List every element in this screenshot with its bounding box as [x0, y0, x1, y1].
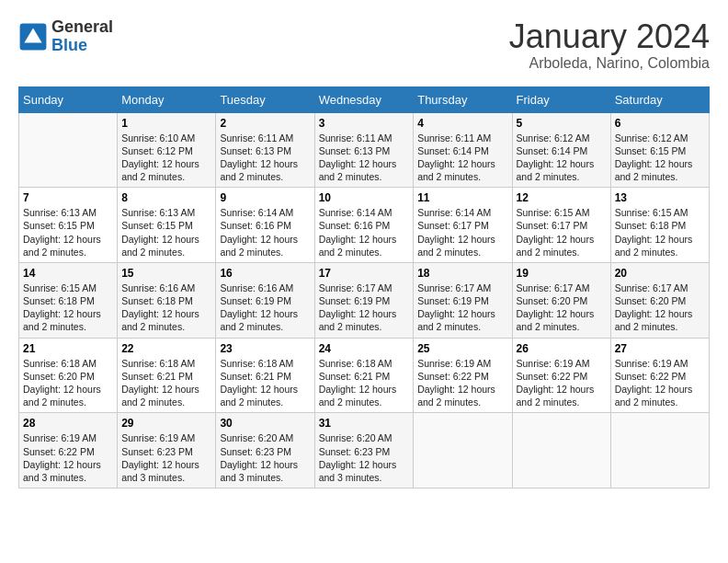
logo-text: General Blue: [51, 18, 113, 55]
logo-general: General: [51, 17, 113, 36]
day-info: Sunrise: 6:14 AM Sunset: 6:16 PM Dayligh…: [319, 206, 410, 259]
day-info: Sunrise: 6:17 AM Sunset: 6:19 PM Dayligh…: [417, 282, 507, 334]
day-info: Sunrise: 6:17 AM Sunset: 6:20 PM Dayligh…: [615, 282, 705, 334]
day-info: Sunrise: 6:18 AM Sunset: 6:21 PM Dayligh…: [220, 357, 310, 409]
calendar-cell: 4Sunrise: 6:11 AM Sunset: 6:14 PM Daylig…: [414, 112, 512, 188]
calendar-cell: 10Sunrise: 6:14 AM Sunset: 6:16 PM Dayli…: [314, 188, 414, 263]
day-info: Sunrise: 6:16 AM Sunset: 6:19 PM Dayligh…: [220, 282, 310, 334]
calendar-cell: 7Sunrise: 6:13 AM Sunset: 6:15 PM Daylig…: [19, 188, 118, 263]
title-section: January 2024 Arboleda, Narino, Colombia: [509, 18, 710, 72]
day-info: Sunrise: 6:19 AM Sunset: 6:22 PM Dayligh…: [615, 357, 705, 409]
calendar-cell: 27Sunrise: 6:19 AM Sunset: 6:22 PM Dayli…: [610, 338, 709, 413]
calendar-cell: 20Sunrise: 6:17 AM Sunset: 6:20 PM Dayli…: [610, 262, 709, 338]
day-number: 15: [121, 267, 211, 280]
logo: General Blue: [18, 18, 113, 55]
day-number: 29: [121, 417, 211, 430]
location-title: Arboleda, Narino, Colombia: [509, 55, 710, 72]
calendar-cell: 8Sunrise: 6:13 AM Sunset: 6:15 PM Daylig…: [118, 188, 216, 263]
calendar-cell: 6Sunrise: 6:12 AM Sunset: 6:15 PM Daylig…: [610, 112, 709, 188]
calendar-cell: 28Sunrise: 6:19 AM Sunset: 6:22 PM Dayli…: [19, 413, 118, 488]
day-number: 27: [615, 342, 705, 355]
header-sunday: Sunday: [19, 86, 118, 112]
day-number: 26: [517, 342, 607, 355]
calendar-cell: 23Sunrise: 6:18 AM Sunset: 6:21 PM Dayli…: [216, 338, 314, 413]
calendar-cell: [414, 413, 512, 488]
day-info: Sunrise: 6:13 AM Sunset: 6:15 PM Dayligh…: [23, 206, 113, 259]
day-info: Sunrise: 6:11 AM Sunset: 6:13 PM Dayligh…: [220, 132, 310, 184]
day-number: 1: [121, 117, 211, 130]
day-info: Sunrise: 6:15 AM Sunset: 6:18 PM Dayligh…: [615, 206, 705, 259]
week-row-3: 14Sunrise: 6:15 AM Sunset: 6:18 PM Dayli…: [19, 262, 710, 338]
day-info: Sunrise: 6:19 AM Sunset: 6:22 PM Dayligh…: [417, 357, 507, 409]
day-number: 11: [417, 191, 507, 204]
day-number: 28: [23, 417, 113, 430]
calendar-cell: 3Sunrise: 6:11 AM Sunset: 6:13 PM Daylig…: [314, 112, 414, 188]
day-number: 17: [319, 267, 410, 280]
day-number: 3: [319, 117, 410, 130]
day-info: Sunrise: 6:11 AM Sunset: 6:13 PM Dayligh…: [319, 132, 410, 184]
day-info: Sunrise: 6:17 AM Sunset: 6:20 PM Dayligh…: [517, 282, 607, 334]
calendar-cell: [512, 413, 610, 488]
day-info: Sunrise: 6:12 AM Sunset: 6:15 PM Dayligh…: [615, 132, 705, 184]
day-number: 13: [615, 191, 705, 204]
day-info: Sunrise: 6:20 AM Sunset: 6:23 PM Dayligh…: [220, 431, 310, 484]
header-thursday: Thursday: [414, 86, 512, 112]
calendar-cell: 15Sunrise: 6:16 AM Sunset: 6:18 PM Dayli…: [118, 262, 216, 338]
day-info: Sunrise: 6:15 AM Sunset: 6:18 PM Dayligh…: [23, 282, 113, 334]
day-number: 18: [417, 267, 507, 280]
week-row-2: 7Sunrise: 6:13 AM Sunset: 6:15 PM Daylig…: [19, 188, 710, 263]
day-info: Sunrise: 6:17 AM Sunset: 6:19 PM Dayligh…: [319, 282, 410, 334]
day-info: Sunrise: 6:18 AM Sunset: 6:21 PM Dayligh…: [121, 357, 211, 409]
week-row-1: 1Sunrise: 6:10 AM Sunset: 6:12 PM Daylig…: [19, 112, 710, 188]
calendar-cell: 19Sunrise: 6:17 AM Sunset: 6:20 PM Dayli…: [512, 262, 610, 338]
calendar-cell: 24Sunrise: 6:18 AM Sunset: 6:21 PM Dayli…: [314, 338, 414, 413]
header-friday: Friday: [512, 86, 610, 112]
calendar-cell: 13Sunrise: 6:15 AM Sunset: 6:18 PM Dayli…: [610, 188, 709, 263]
calendar-cell: [610, 413, 709, 488]
calendar-cell: 21Sunrise: 6:18 AM Sunset: 6:20 PM Dayli…: [19, 338, 118, 413]
header-tuesday: Tuesday: [216, 86, 314, 112]
day-info: Sunrise: 6:19 AM Sunset: 6:22 PM Dayligh…: [517, 357, 607, 409]
day-number: 4: [417, 117, 507, 130]
logo-blue: Blue: [51, 36, 87, 54]
day-number: 20: [615, 267, 705, 280]
day-info: Sunrise: 6:16 AM Sunset: 6:18 PM Dayligh…: [121, 282, 211, 334]
day-number: 2: [220, 117, 310, 130]
week-row-5: 28Sunrise: 6:19 AM Sunset: 6:22 PM Dayli…: [19, 413, 710, 488]
month-title: January 2024: [509, 18, 710, 55]
calendar-cell: 9Sunrise: 6:14 AM Sunset: 6:16 PM Daylig…: [216, 188, 314, 263]
day-info: Sunrise: 6:14 AM Sunset: 6:16 PM Dayligh…: [220, 206, 310, 259]
day-info: Sunrise: 6:18 AM Sunset: 6:21 PM Dayligh…: [319, 357, 410, 409]
calendar-cell: 18Sunrise: 6:17 AM Sunset: 6:19 PM Dayli…: [414, 262, 512, 338]
day-info: Sunrise: 6:15 AM Sunset: 6:17 PM Dayligh…: [517, 206, 607, 259]
calendar-cell: 12Sunrise: 6:15 AM Sunset: 6:17 PM Dayli…: [512, 188, 610, 263]
day-info: Sunrise: 6:18 AM Sunset: 6:20 PM Dayligh…: [23, 357, 113, 409]
calendar-cell: [19, 112, 118, 188]
logo-icon: [18, 22, 48, 52]
day-number: 7: [23, 191, 113, 204]
day-number: 14: [23, 267, 113, 280]
calendar-cell: 11Sunrise: 6:14 AM Sunset: 6:17 PM Dayli…: [414, 188, 512, 263]
header-monday: Monday: [118, 86, 216, 112]
calendar-cell: 14Sunrise: 6:15 AM Sunset: 6:18 PM Dayli…: [19, 262, 118, 338]
page-header: General Blue January 2024 Arboleda, Nari…: [18, 18, 710, 72]
day-number: 12: [517, 191, 607, 204]
calendar-cell: 25Sunrise: 6:19 AM Sunset: 6:22 PM Dayli…: [414, 338, 512, 413]
calendar-cell: 16Sunrise: 6:16 AM Sunset: 6:19 PM Dayli…: [216, 262, 314, 338]
day-info: Sunrise: 6:10 AM Sunset: 6:12 PM Dayligh…: [121, 132, 211, 184]
calendar-table: SundayMondayTuesdayWednesdayThursdayFrid…: [18, 86, 710, 488]
day-info: Sunrise: 6:19 AM Sunset: 6:22 PM Dayligh…: [23, 431, 113, 484]
calendar-cell: 26Sunrise: 6:19 AM Sunset: 6:22 PM Dayli…: [512, 338, 610, 413]
day-number: 19: [517, 267, 607, 280]
calendar-header-row: SundayMondayTuesdayWednesdayThursdayFrid…: [19, 86, 710, 112]
calendar-cell: 17Sunrise: 6:17 AM Sunset: 6:19 PM Dayli…: [314, 262, 414, 338]
week-row-4: 21Sunrise: 6:18 AM Sunset: 6:20 PM Dayli…: [19, 338, 710, 413]
day-number: 9: [220, 191, 310, 204]
header-saturday: Saturday: [610, 86, 709, 112]
calendar-cell: 31Sunrise: 6:20 AM Sunset: 6:23 PM Dayli…: [314, 413, 414, 488]
calendar-cell: 30Sunrise: 6:20 AM Sunset: 6:23 PM Dayli…: [216, 413, 314, 488]
calendar-cell: 22Sunrise: 6:18 AM Sunset: 6:21 PM Dayli…: [118, 338, 216, 413]
day-number: 8: [121, 191, 211, 204]
day-info: Sunrise: 6:11 AM Sunset: 6:14 PM Dayligh…: [417, 132, 507, 184]
day-number: 16: [220, 267, 310, 280]
